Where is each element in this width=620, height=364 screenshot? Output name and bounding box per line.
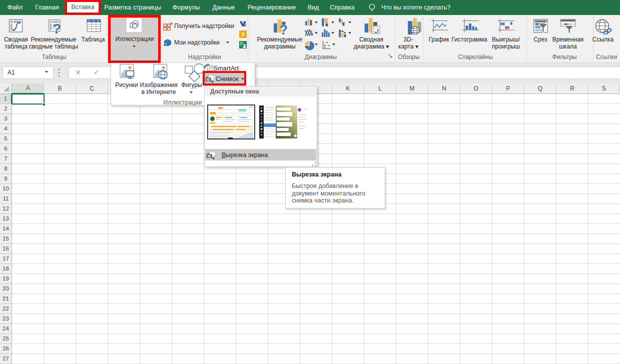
- svg-text:?: ?: [280, 22, 288, 36]
- svg-text:?: ?: [53, 21, 61, 35]
